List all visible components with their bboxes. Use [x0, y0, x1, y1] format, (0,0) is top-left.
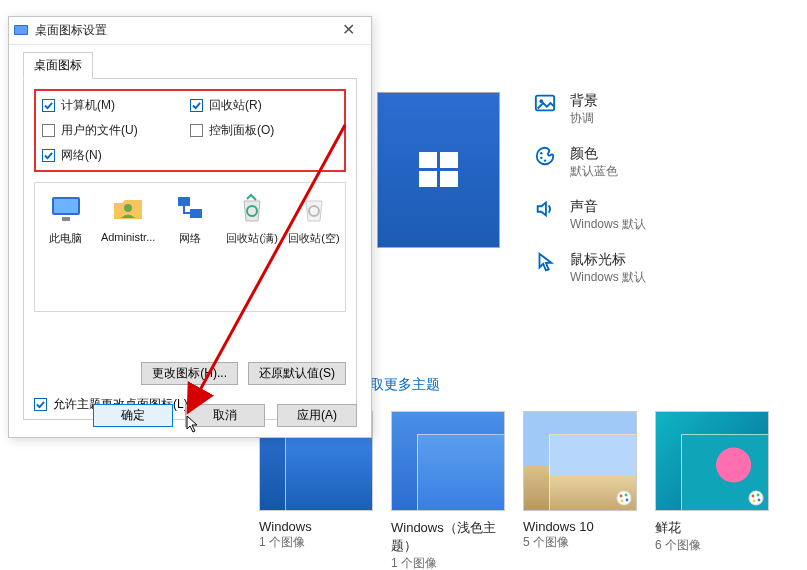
checkbox-network[interactable]: 网络(N) — [42, 147, 190, 164]
theme-title: Windows（浅色主题） — [391, 519, 505, 555]
theme-windows-10[interactable]: Windows 10 5 个图像 — [523, 411, 637, 570]
windows-logo-icon — [417, 148, 461, 192]
theme-title: Windows — [259, 519, 373, 534]
svg-rect-6 — [178, 197, 190, 206]
svg-point-5 — [124, 204, 132, 212]
color-palette-icon — [748, 490, 764, 506]
picture-icon — [534, 92, 556, 114]
theme-subtitle: 5 个图像 — [523, 534, 637, 551]
icon-this-pc[interactable]: 此电脑 — [39, 191, 93, 246]
attribute-subtitle: 默认蓝色 — [570, 163, 618, 180]
checkbox-label: 用户的文件(U) — [61, 122, 138, 139]
dialog-titlebar: 桌面图标设置 ✕ — [9, 17, 371, 45]
svg-rect-11 — [419, 152, 437, 168]
speaker-icon — [534, 198, 556, 220]
user-folder-icon — [110, 191, 146, 227]
theme-fresh-flower[interactable]: 鲜花 6 个图像 — [655, 411, 769, 570]
theme-title: Windows 10 — [523, 519, 637, 534]
restore-default-button[interactable]: 还原默认值(S) — [248, 362, 346, 385]
check-icon — [44, 151, 53, 160]
svg-rect-7 — [190, 209, 202, 218]
svg-rect-13 — [419, 171, 437, 187]
svg-point-23 — [626, 499, 629, 502]
cancel-button[interactable]: 取消 — [185, 404, 265, 427]
attribute-subtitle: 协调 — [570, 110, 598, 127]
recycle-full-icon — [234, 191, 270, 227]
icon-network[interactable]: 网络 — [163, 191, 217, 246]
icon-label: Administr... — [101, 231, 155, 243]
svg-point-18 — [540, 157, 542, 159]
theme-subtitle: 1 个图像 — [391, 555, 505, 570]
theme-title: 鲜花 — [655, 519, 769, 537]
icon-label: 回收站(满) — [225, 231, 279, 246]
checkbox-label: 回收站(R) — [209, 97, 262, 114]
monitor-icon — [48, 191, 84, 227]
apply-button[interactable]: 应用(A) — [277, 404, 357, 427]
checkbox-label: 网络(N) — [61, 147, 102, 164]
icon-label: 回收站(空) — [287, 231, 341, 246]
attribute-title: 颜色 — [570, 145, 618, 163]
dialog-icon — [13, 23, 29, 39]
svg-rect-12 — [440, 152, 458, 168]
theme-subtitle: 6 个图像 — [655, 537, 769, 554]
color-palette-icon — [616, 490, 632, 506]
attribute-subtitle: Windows 默认 — [570, 216, 646, 233]
cursor-icon — [534, 251, 556, 273]
close-button[interactable]: ✕ — [329, 20, 367, 42]
svg-point-19 — [544, 159, 546, 161]
theme-subtitle: 1 个图像 — [259, 534, 373, 551]
dialog-title: 桌面图标设置 — [35, 22, 329, 39]
checkbox-control-panel[interactable]: 控制面板(O) — [190, 122, 338, 139]
svg-point-25 — [749, 491, 763, 505]
svg-point-24 — [621, 500, 624, 503]
icon-label: 此电脑 — [39, 231, 93, 246]
svg-rect-1 — [15, 26, 27, 34]
svg-rect-14 — [440, 171, 458, 187]
icon-recycle-empty[interactable]: 回收站(空) — [287, 191, 341, 246]
theme-windows-light[interactable]: Windows（浅色主题） 1 个图像 — [391, 411, 505, 570]
ok-button[interactable]: 确定 — [93, 404, 173, 427]
highlighted-checkbox-group: 计算机(M) 回收站(R) 用户的文件(U) 控制面板(O) — [34, 89, 346, 172]
checkbox-recycle-bin[interactable]: 回收站(R) — [190, 97, 338, 114]
svg-point-17 — [540, 152, 542, 154]
attribute-color[interactable]: 颜色默认蓝色 — [534, 145, 646, 180]
check-icon — [192, 101, 201, 110]
attribute-cursor[interactable]: 鼠标光标Windows 默认 — [534, 251, 646, 286]
desktop-icon-settings-dialog: 桌面图标设置 ✕ 桌面图标 计算机(M) 回收站(R) 用户的文件( — [8, 16, 372, 438]
attribute-background[interactable]: 背景协调 — [534, 92, 646, 127]
icon-administrator[interactable]: Administr... — [101, 191, 155, 243]
palette-icon — [534, 145, 556, 167]
svg-rect-3 — [54, 199, 78, 213]
check-icon — [36, 400, 45, 409]
svg-point-28 — [758, 499, 761, 502]
attribute-sound[interactable]: 声音Windows 默认 — [534, 198, 646, 233]
checkbox-label: 控制面板(O) — [209, 122, 274, 139]
recycle-empty-icon — [296, 191, 332, 227]
attribute-title: 背景 — [570, 92, 598, 110]
svg-point-27 — [757, 494, 760, 497]
svg-point-22 — [625, 494, 628, 497]
icon-label: 网络 — [163, 231, 217, 246]
svg-point-26 — [752, 495, 755, 498]
icon-preview-grid: 此电脑 Administr... 网络 回收站(满) 回收站(空) — [34, 182, 346, 312]
icon-recycle-full[interactable]: 回收站(满) — [225, 191, 279, 246]
checkbox-computer[interactable]: 计算机(M) — [42, 97, 190, 114]
svg-point-21 — [620, 495, 623, 498]
dialog-body: 桌面图标 计算机(M) 回收站(R) 用户的文件(U) — [9, 45, 371, 420]
desktop-background-preview — [377, 92, 500, 248]
svg-point-20 — [617, 491, 631, 505]
check-icon — [44, 101, 53, 110]
attribute-title: 鼠标光标 — [570, 251, 646, 269]
checkbox-user-files[interactable]: 用户的文件(U) — [42, 122, 190, 139]
change-icon-button[interactable]: 更改图标(H)... — [141, 362, 238, 385]
network-icon — [172, 191, 208, 227]
attribute-subtitle: Windows 默认 — [570, 269, 646, 286]
attribute-title: 声音 — [570, 198, 646, 216]
tab-content: 计算机(M) 回收站(R) 用户的文件(U) 控制面板(O) — [23, 78, 357, 420]
svg-rect-4 — [62, 217, 70, 221]
checkbox-label: 计算机(M) — [61, 97, 115, 114]
tab-desktop-icons[interactable]: 桌面图标 — [23, 52, 93, 79]
svg-point-29 — [753, 500, 756, 503]
get-more-themes-link[interactable]: 取更多主题 — [370, 376, 440, 394]
theme-attributes-list: 背景协调 颜色默认蓝色 声音Windows 默认 鼠标光标Windows 默认 — [534, 92, 646, 286]
